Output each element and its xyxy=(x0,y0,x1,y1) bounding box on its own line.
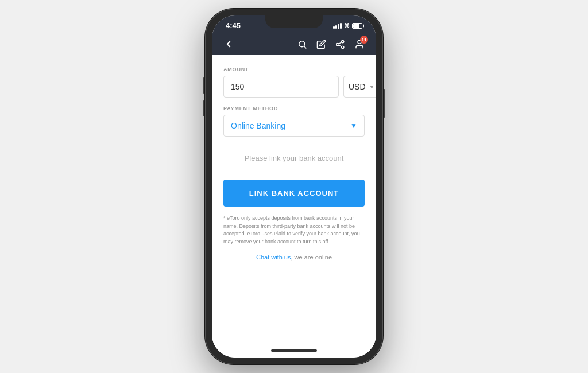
battery-icon xyxy=(352,23,362,29)
home-bar xyxy=(271,349,317,352)
notch xyxy=(265,15,323,28)
chat-line: Chat with us, we are online xyxy=(223,254,365,261)
svg-line-1 xyxy=(304,46,306,48)
payment-method-value: Online Banking xyxy=(231,121,285,130)
edit-button[interactable] xyxy=(316,40,326,49)
notification-button[interactable]: 11 xyxy=(354,39,365,49)
power-button xyxy=(384,89,385,118)
toolbar-right: 11 xyxy=(297,39,365,49)
currency-chevron-icon: ▼ xyxy=(369,84,375,90)
status-bar: 4:45 ⌘ xyxy=(212,15,376,33)
toolbar: 11 xyxy=(212,33,376,55)
notification-count: 11 xyxy=(360,36,368,44)
payment-method-label: PAYMENT METHOD xyxy=(223,106,365,111)
link-bank-button[interactable]: LINK BANK ACCOUNT xyxy=(223,180,365,207)
payment-chevron-icon: ▼ xyxy=(350,122,357,130)
currency-value: USD xyxy=(349,82,366,91)
volume-up-button xyxy=(203,77,204,94)
wifi-icon: ⌘ xyxy=(344,22,350,29)
signal-icon xyxy=(333,23,342,29)
payment-method-selector[interactable]: Online Banking ▼ xyxy=(223,115,365,137)
content-area: AMOUNT USD ▼ PAYMENT METHOD Online Banki… xyxy=(212,55,376,345)
svg-line-6 xyxy=(339,42,342,44)
amount-row: USD ▼ xyxy=(223,76,365,98)
phone-screen: 4:45 ⌘ xyxy=(212,15,376,358)
back-button[interactable] xyxy=(223,39,234,49)
share-button[interactable] xyxy=(335,40,345,49)
amount-field-group: AMOUNT USD ▼ xyxy=(223,67,365,98)
status-time: 4:45 xyxy=(226,21,241,30)
phone-frame: 4:45 ⌘ xyxy=(205,9,383,364)
currency-selector[interactable]: USD ▼ xyxy=(343,76,376,98)
disclaimer-text: * eToro only accepts deposits from bank … xyxy=(223,215,365,246)
chat-link[interactable]: Chat with us xyxy=(256,254,291,261)
status-icons: ⌘ xyxy=(333,22,362,29)
svg-point-0 xyxy=(299,41,305,46)
bank-link-message: Please link your bank account xyxy=(223,145,365,172)
chat-suffix: , we are online xyxy=(291,254,332,261)
search-button[interactable] xyxy=(297,40,307,49)
amount-input[interactable] xyxy=(223,76,339,98)
volume-down-button xyxy=(203,100,204,116)
amount-label: AMOUNT xyxy=(223,67,365,72)
payment-method-field-group: PAYMENT METHOD Online Banking ▼ xyxy=(223,106,365,137)
svg-line-5 xyxy=(339,45,342,46)
home-indicator xyxy=(212,345,376,358)
